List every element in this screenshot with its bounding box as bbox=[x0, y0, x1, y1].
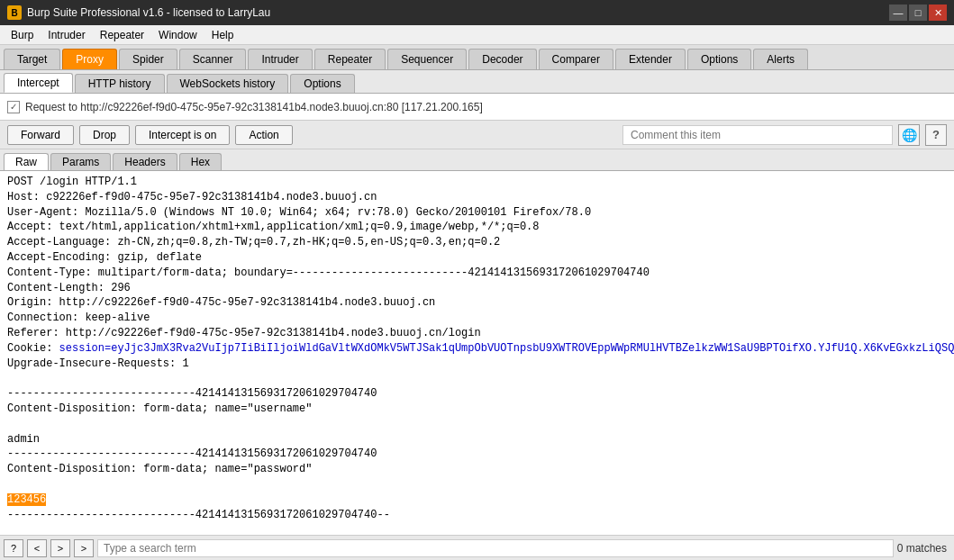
checkbox-check: ✓ bbox=[10, 102, 17, 112]
search-input[interactable] bbox=[97, 539, 894, 557]
request-line8: Content-Length: 296 bbox=[7, 282, 131, 294]
subtab-websockets[interactable]: WebSockets history bbox=[167, 74, 289, 93]
content-area[interactable]: POST /login HTTP/1.1 Host: c92226ef-f9d0… bbox=[0, 171, 954, 535]
request-line15: -----------------------------42141413156… bbox=[7, 387, 377, 400]
drop-button[interactable]: Drop bbox=[79, 125, 130, 145]
maximize-button[interactable]: □ bbox=[909, 5, 927, 21]
request-line18: admin bbox=[7, 433, 40, 446]
app-window: B Burp Suite Professional v1.6 - license… bbox=[0, 0, 954, 560]
request-session-value: session=eyJjc3JmX3Rva2VuIjp7IiBiIljoiWld… bbox=[59, 342, 954, 355]
match-count: 0 matches bbox=[897, 542, 950, 555]
menu-repeater[interactable]: Repeater bbox=[93, 27, 151, 43]
request-line11: Referer: http://c92226ef-f9d0-475c-95e7-… bbox=[7, 327, 481, 339]
app-title: Burp Suite Professional v1.6 - licensed … bbox=[27, 6, 884, 19]
titlebar: B Burp Suite Professional v1.6 - license… bbox=[0, 0, 954, 25]
app-icon: B bbox=[7, 5, 22, 20]
request-line3: User-Agent: Mozilla/5.0 (Windows NT 10.0… bbox=[7, 206, 591, 219]
window-controls: — □ ✕ bbox=[889, 5, 947, 21]
tab-extender[interactable]: Extender bbox=[615, 49, 686, 69]
main-tabs: Target Proxy Spider Scanner Intruder Rep… bbox=[0, 45, 954, 70]
action-button[interactable]: Action bbox=[235, 125, 292, 145]
request-line23: -----------------------------42141413156… bbox=[7, 509, 390, 521]
tab-sequencer[interactable]: Sequencer bbox=[387, 49, 467, 69]
request-password-value: 123456 bbox=[7, 493, 46, 506]
forward-button[interactable]: Forward bbox=[7, 125, 74, 145]
help-button[interactable]: ? bbox=[925, 124, 947, 146]
request-line7: Content-Type: multipart/form-data; bound… bbox=[7, 266, 650, 279]
request-cookie-prefix: Cookie: bbox=[7, 342, 59, 355]
tab-alerts[interactable]: Alerts bbox=[753, 49, 808, 69]
search-prev-button[interactable]: < bbox=[27, 539, 47, 557]
tab-decoder[interactable]: Decoder bbox=[468, 49, 536, 69]
request-line20: Content-Disposition: form-data; name="pa… bbox=[7, 463, 312, 475]
content-tab-raw[interactable]: Raw bbox=[4, 153, 49, 170]
content-wrapper: POST /login HTTP/1.1 Host: c92226ef-f9d0… bbox=[0, 171, 954, 535]
search-question-button[interactable]: ? bbox=[4, 539, 23, 557]
menu-burp[interactable]: Burp bbox=[4, 27, 41, 43]
main-content: Intercept HTTP history WebSockets histor… bbox=[0, 70, 954, 560]
request-bar: ✓ Request to http://c92226ef-f9d0-475c-9… bbox=[0, 94, 954, 121]
request-line4: Accept: text/html,application/xhtml+xml,… bbox=[7, 221, 540, 233]
request-checkbox[interactable]: ✓ bbox=[7, 101, 20, 113]
search-bar: ? < > > 0 matches bbox=[0, 535, 954, 560]
content-tab-hex[interactable]: Hex bbox=[179, 153, 222, 170]
menu-window[interactable]: Window bbox=[151, 27, 204, 43]
content-tab-headers[interactable]: Headers bbox=[113, 153, 177, 170]
minimize-button[interactable]: — bbox=[889, 5, 907, 21]
subtab-http-history[interactable]: HTTP history bbox=[75, 74, 165, 93]
tab-intruder[interactable]: Intruder bbox=[248, 49, 312, 69]
request-info-text: Request to http://c92226ef-f9d0-475c-95e… bbox=[25, 101, 483, 113]
request-line6: Accept-Encoding: gzip, deflate bbox=[7, 251, 202, 264]
menubar: Burp Intruder Repeater Window Help bbox=[0, 25, 954, 45]
request-line5: Accept-Language: zh-CN,zh;q=0.8,zh-TW;q=… bbox=[7, 236, 500, 248]
subtab-intercept[interactable]: Intercept bbox=[4, 73, 73, 93]
tab-proxy[interactable]: Proxy bbox=[62, 49, 117, 69]
search-forward-button[interactable]: > bbox=[74, 539, 94, 557]
tab-target[interactable]: Target bbox=[4, 49, 60, 69]
subtab-options[interactable]: Options bbox=[290, 74, 354, 93]
request-line16: Content-Disposition: form-data; name="us… bbox=[7, 402, 312, 415]
comment-input[interactable] bbox=[622, 125, 893, 145]
menu-help[interactable]: Help bbox=[204, 27, 241, 43]
request-line9: Origin: http://c92226ef-f9d0-475c-95e7-9… bbox=[7, 296, 435, 309]
tab-repeater[interactable]: Repeater bbox=[314, 49, 386, 69]
sub-tabs: Intercept HTTP history WebSockets histor… bbox=[0, 70, 954, 94]
request-line1: POST /login HTTP/1.1 bbox=[7, 176, 137, 188]
content-tabs: Raw Params Headers Hex bbox=[0, 149, 954, 171]
close-button[interactable]: ✕ bbox=[929, 5, 947, 21]
action-bar: Forward Drop Intercept is on Action 🌐 ? bbox=[0, 121, 954, 149]
tab-comparer[interactable]: Comparer bbox=[539, 49, 613, 69]
menu-intruder[interactable]: Intruder bbox=[41, 27, 92, 43]
tab-scanner[interactable]: Scanner bbox=[179, 49, 247, 69]
request-line13: Upgrade-Insecure-Requests: 1 bbox=[7, 357, 189, 370]
tab-options[interactable]: Options bbox=[687, 49, 751, 69]
tab-spider[interactable]: Spider bbox=[119, 49, 177, 69]
request-line10: Connection: keep-alive bbox=[7, 312, 150, 324]
search-next-button[interactable]: > bbox=[50, 539, 70, 557]
content-tab-params[interactable]: Params bbox=[50, 153, 111, 170]
request-line19: -----------------------------42141413156… bbox=[7, 447, 377, 460]
intercept-toggle-button[interactable]: Intercept is on bbox=[135, 125, 230, 145]
emoji-button[interactable]: 🌐 bbox=[898, 124, 920, 146]
request-line2: Host: c92226ef-f9d0-475c-95e7-92c3138141… bbox=[7, 191, 377, 203]
